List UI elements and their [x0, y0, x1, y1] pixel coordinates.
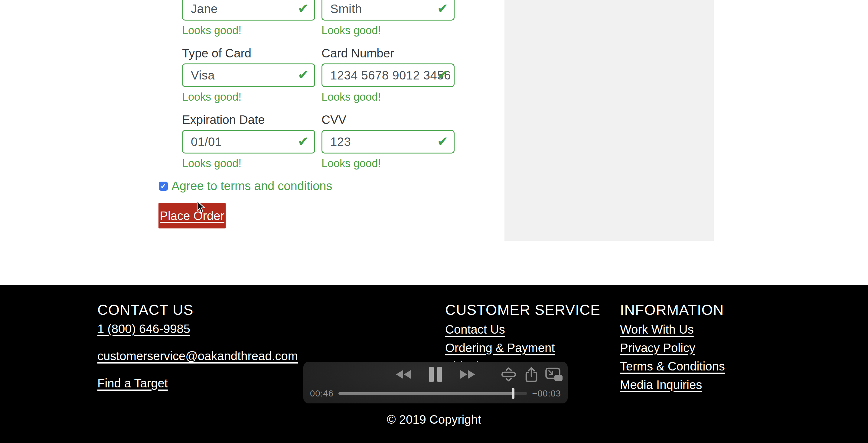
card-number-input[interactable]: 1234 5678 9012 3456 ✔ [321, 64, 455, 87]
list-item: Terms & Conditions [620, 359, 725, 377]
field-card-type: Type of Card Visa ✔ Looks good! [182, 46, 315, 103]
terms-row: ✓ Agree to terms and conditions [159, 179, 332, 193]
expiration-date-label: Expiration Date [182, 112, 315, 127]
field-cvv: CVV 123 ✔ Looks good! [321, 112, 455, 170]
elapsed-time: 00:46 [310, 388, 334, 399]
field-last-name: Smith ✔ Looks good! [321, 0, 455, 37]
fast-forward-icon [460, 370, 475, 379]
rewind-icon [396, 370, 411, 379]
field-first-name: Jane ✔ Looks good! [182, 0, 315, 37]
contact-us-link[interactable]: Contact Us [445, 323, 505, 336]
valid-check-icon: ✔ [437, 68, 448, 81]
privacy-policy-link[interactable]: Privacy Policy [620, 341, 695, 354]
footer-column-contact-us: CONTACT US 1 (800) 646-9985 customerserv… [97, 302, 298, 403]
pause-icon [429, 367, 442, 382]
footer-heading-customer-service: CUSTOMER SERVICE [445, 302, 600, 318]
card-number-value: 1234 5678 9012 3456 [330, 69, 451, 82]
phone-link[interactable]: 1 (800) 646-9985 [97, 322, 190, 335]
footer-heading-information: INFORMATION [620, 302, 725, 318]
progress-scrubber[interactable] [512, 388, 515, 399]
footer: CONTACT US 1 (800) 646-9985 customerserv… [0, 285, 868, 443]
expiration-date-value: 01/01 [191, 135, 222, 149]
valid-check-icon: ✔ [298, 135, 309, 148]
first-name-input[interactable]: Jane ✔ [182, 0, 315, 21]
valid-check-icon: ✔ [298, 68, 309, 81]
list-item: Media Inquiries [620, 377, 725, 395]
first-name-value: Jane [191, 2, 218, 16]
work-with-us-link[interactable]: Work With Us [620, 323, 694, 336]
validation-message: Looks good! [321, 91, 455, 103]
place-order-button[interactable]: Place Order [158, 203, 226, 229]
picture-in-picture-button[interactable] [545, 367, 563, 382]
expiration-date-input[interactable]: 01/01 ✔ [182, 130, 315, 154]
card-type-label: Type of Card [182, 46, 315, 61]
rewind-button[interactable] [396, 370, 411, 379]
progress-track[interactable] [338, 392, 527, 395]
checkout-page: Jane ✔ Looks good! Smith ✔ Looks good! T… [0, 0, 868, 443]
list-item: Ordering & Payment [445, 340, 600, 359]
media-inquiries-link[interactable]: Media Inquiries [620, 378, 702, 391]
list-item: customerservice@oakandthread.com [97, 349, 298, 366]
cvv-label: CVV [321, 112, 455, 127]
copyright-text: © 2019 Copyright [0, 413, 868, 427]
valid-check-icon: ✔ [298, 2, 309, 15]
card-number-label: Card Number [321, 46, 455, 61]
field-card-number: Card Number 1234 5678 9012 3456 ✔ Looks … [321, 46, 455, 103]
terms-label: Agree to terms and conditions [172, 179, 332, 193]
picture-size-icon [500, 367, 518, 382]
list-item: Work With Us [620, 321, 725, 340]
validation-message: Looks good! [182, 157, 315, 170]
validation-message: Looks good! [182, 24, 315, 37]
side-image-placeholder [504, 0, 714, 241]
progress-fill [338, 392, 513, 395]
find-a-target-link[interactable]: Find a Target [97, 377, 168, 390]
list-item: Privacy Policy [620, 340, 725, 359]
fast-forward-button[interactable] [460, 370, 475, 379]
validation-message: Looks good! [321, 157, 455, 170]
card-type-value: Visa [191, 69, 215, 82]
terms-conditions-link[interactable]: Terms & Conditions [620, 360, 725, 373]
footer-heading-contact-us: CONTACT US [97, 302, 298, 318]
last-name-value: Smith [330, 2, 362, 16]
share-icon [525, 367, 537, 382]
pause-button[interactable] [429, 367, 442, 382]
list-item: Find a Target [97, 376, 298, 393]
field-expiration-date: Expiration Date 01/01 ✔ Looks good! [182, 112, 315, 170]
ordering-payment-link[interactable]: Ordering & Payment [445, 341, 555, 354]
secondary-controls [500, 366, 563, 383]
share-button[interactable] [525, 367, 537, 382]
mouse-cursor-icon [196, 200, 208, 214]
timeline: 00:46 −00:03 [310, 388, 561, 399]
list-item: Contact Us [445, 321, 600, 340]
last-name-input[interactable]: Smith ✔ [321, 0, 455, 21]
valid-check-icon: ✔ [437, 135, 448, 148]
email-link[interactable]: customerservice@oakandthread.com [97, 349, 298, 363]
picture-in-picture-icon [545, 367, 563, 382]
validation-message: Looks good! [182, 91, 315, 103]
cvv-input[interactable]: 123 ✔ [321, 130, 455, 154]
checkbox-check-icon: ✓ [160, 182, 166, 190]
terms-checkbox[interactable]: ✓ [159, 182, 168, 191]
video-player-overlay: 00:46 −00:03 [303, 362, 568, 403]
footer-column-information: INFORMATION Work With Us Privacy Policy … [620, 302, 725, 395]
cvv-value: 123 [330, 135, 351, 149]
card-type-input[interactable]: Visa ✔ [182, 64, 315, 87]
remaining-time: −00:03 [532, 388, 561, 399]
list-item: 1 (800) 646-9985 [97, 321, 298, 339]
picture-size-button[interactable] [500, 367, 518, 382]
validation-message: Looks good! [321, 24, 455, 37]
valid-check-icon: ✔ [437, 2, 448, 15]
transport-controls [396, 366, 475, 383]
